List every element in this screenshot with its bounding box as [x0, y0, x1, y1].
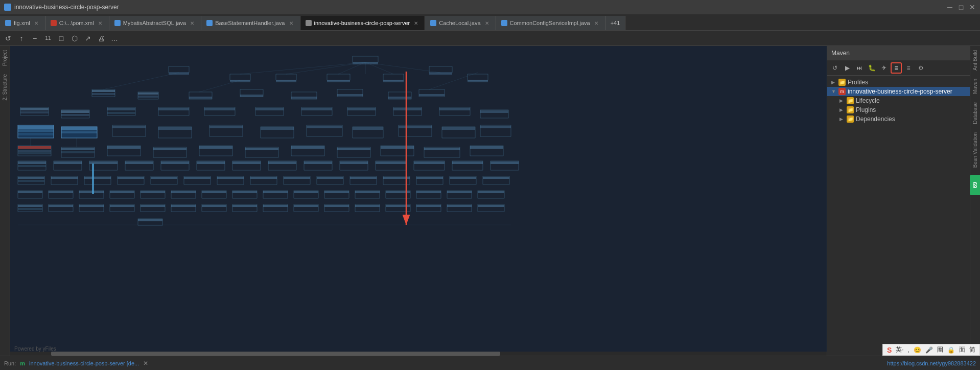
- svg-rect-6: [230, 80, 250, 82]
- notification-bubble[interactable]: 69: [970, 175, 980, 195]
- svg-rect-216: [202, 205, 226, 207]
- tab-cache[interactable]: CacheLocal.java✕: [425, 16, 496, 30]
- tab-fig[interactable]: fig.xml✕: [0, 16, 45, 30]
- maven-tree-root[interactable]: ▼ m innovative-business-circle-posp-serv…: [827, 87, 970, 96]
- maven-skip-test-button[interactable]: ⏭: [854, 62, 865, 74]
- close-button[interactable]: ✕: [969, 4, 976, 11]
- svg-rect-37: [20, 111, 49, 113]
- svg-rect-153: [217, 177, 244, 179]
- window-controls: ─ □ ✕: [946, 4, 976, 11]
- maven-tree-lifecycle[interactable]: ▶ 📁 Lifecycle: [827, 96, 970, 105]
- bottom-bar: Run: m innovative-business-circle-posp-s…: [0, 356, 980, 370]
- horizontal-scrollbar[interactable]: [10, 352, 827, 356]
- refresh-button[interactable]: ↺: [2, 32, 14, 44]
- scroll-thumb[interactable]: [51, 352, 500, 356]
- maven-side-tab[interactable]: Maven: [971, 75, 979, 98]
- maven-profiles-button[interactable]: ≡: [891, 62, 902, 74]
- svg-rect-10: [327, 80, 350, 82]
- svg-rect-70: [158, 127, 192, 130]
- profiles-folder-icon: 📁: [838, 79, 846, 86]
- im-circle-button[interactable]: 圈: [936, 345, 944, 354]
- project-tab[interactable]: Project: [1, 46, 9, 70]
- bean-validation-tab[interactable]: Bean Validation: [971, 128, 979, 172]
- svg-rect-155: [250, 177, 277, 179]
- maven-tree-dependencies[interactable]: ▶ 📁 Dependencies: [827, 114, 970, 124]
- tab-mybatis-close[interactable]: ✕: [189, 19, 196, 27]
- tab-config-icon: [501, 20, 507, 26]
- svg-rect-86: [18, 146, 51, 149]
- svg-rect-169: [483, 177, 509, 179]
- svg-rect-32: [388, 97, 411, 99]
- svg-rect-203: [18, 205, 42, 207]
- maven-run-button[interactable]: ▶: [842, 62, 853, 74]
- im-face-button[interactable]: 面: [958, 345, 966, 354]
- tab-cache-close[interactable]: ✕: [483, 19, 491, 27]
- tab-mybatis[interactable]: MybatisAbstractSQL.java✕: [109, 16, 202, 30]
- tab-server[interactable]: innovative-business-circle-posp-server✕: [300, 16, 426, 30]
- im-s-button[interactable]: S: [886, 346, 893, 354]
- link-button[interactable]: ⬡: [68, 32, 81, 44]
- svg-rect-34: [419, 94, 445, 96]
- svg-rect-185: [232, 191, 257, 193]
- tab-config[interactable]: CommonConfigServiceImpl.java✕: [496, 16, 605, 30]
- svg-rect-212: [141, 205, 165, 207]
- tab-server-icon: [306, 20, 312, 26]
- svg-rect-57: [439, 108, 470, 110]
- counter-button[interactable]: 11: [42, 32, 54, 44]
- svg-rect-105: [381, 146, 414, 149]
- maven-refresh-button[interactable]: ↺: [829, 62, 841, 74]
- print-button[interactable]: 🖨: [95, 32, 107, 44]
- im-comma-button[interactable]: ,: [907, 346, 911, 354]
- svg-rect-49: [255, 108, 284, 110]
- go-up-button[interactable]: ↑: [15, 32, 28, 44]
- svg-rect-88: [18, 152, 51, 154]
- im-emoji-button[interactable]: 😊: [913, 346, 922, 354]
- im-lang-button[interactable]: 英·: [895, 345, 904, 354]
- tab-more[interactable]: +41: [605, 16, 626, 30]
- svg-rect-93: [107, 146, 141, 149]
- svg-rect-36: [20, 108, 49, 110]
- svg-rect-42: [107, 108, 135, 110]
- tab-config-close[interactable]: ✕: [593, 19, 600, 27]
- tab-server-close[interactable]: ✕: [412, 19, 419, 27]
- svg-rect-222: [294, 205, 318, 207]
- svg-rect-80: [399, 126, 432, 128]
- maven-tree-profiles[interactable]: ▶ 📁 Profiles: [827, 78, 970, 87]
- ant-build-tab[interactable]: Ant Build: [971, 46, 979, 75]
- tab-pom-close[interactable]: ✕: [97, 19, 104, 27]
- im-lock-button[interactable]: 🔒: [946, 346, 956, 354]
- tab-base-icon: [206, 20, 213, 26]
- svg-rect-226: [355, 205, 380, 207]
- svg-rect-78: [353, 127, 383, 130]
- im-simple-button[interactable]: 简: [968, 345, 976, 354]
- structure-tab[interactable]: 2: Structure: [1, 70, 9, 105]
- run-close-button[interactable]: ✕: [143, 360, 148, 367]
- run-project-text[interactable]: innovative-business-circle-posp-server […: [29, 360, 139, 366]
- tab-base-close[interactable]: ✕: [288, 19, 295, 27]
- maximize-button[interactable]: □: [958, 4, 965, 11]
- maven-execute-goal-button[interactable]: ≡: [903, 62, 914, 74]
- minimize-button[interactable]: ─: [946, 4, 953, 11]
- tab-base-label: BaseStatementHandler.java: [215, 20, 285, 26]
- database-tab[interactable]: Database: [971, 98, 979, 128]
- tab-base[interactable]: BaseStatementHandler.java✕: [201, 16, 300, 30]
- svg-rect-120: [161, 161, 189, 164]
- svg-rect-90: [61, 148, 95, 150]
- tab-fig-close[interactable]: ✕: [33, 19, 40, 27]
- collapse-button[interactable]: −: [29, 32, 41, 44]
- diagram-area[interactable]: Powered by yFiles: [10, 46, 827, 356]
- view-button[interactable]: □: [55, 32, 67, 44]
- more-options-button[interactable]: …: [108, 32, 121, 44]
- maven-offline-button[interactable]: ✈: [878, 62, 890, 74]
- export-button[interactable]: ↗: [82, 32, 94, 44]
- tab-pom[interactable]: C:\...\pom.xml✕: [45, 16, 109, 30]
- im-mic-button[interactable]: 🎤: [924, 346, 934, 354]
- maven-tree-plugins[interactable]: ▶ 📁 Plugins: [827, 105, 970, 114]
- svg-rect-101: [291, 146, 324, 149]
- svg-rect-76: [307, 126, 342, 128]
- svg-rect-122: [197, 161, 225, 164]
- svg-rect-118: [125, 161, 153, 164]
- profiles-label: Profiles: [848, 79, 868, 86]
- maven-debug-button[interactable]: 🐛: [866, 62, 877, 74]
- maven-settings-button[interactable]: ⚙: [915, 62, 926, 74]
